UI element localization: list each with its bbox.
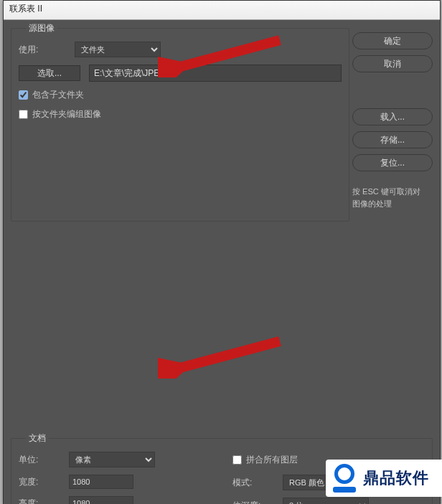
dialog-window: 联系表 II 确定 取消 载入... 存储... 复位... 按 ESC 键可取… (3, 0, 441, 504)
unit-select[interactable]: 像素 (69, 452, 155, 467)
use-select[interactable]: 文件夹 (75, 42, 161, 57)
mode-label: 模式: (232, 477, 283, 489)
depth-label: 位深度: (232, 500, 283, 505)
reset-button[interactable]: 复位... (352, 154, 433, 171)
group-by-folder-checkbox[interactable] (19, 110, 28, 119)
flatten-checkbox[interactable] (232, 455, 242, 465)
group-by-folder-label: 按文件夹编组图像 (32, 108, 101, 120)
dialog-buttons: 确定 取消 载入... 存储... 复位... 按 ESC 键可取消对 图像的处… (352, 32, 433, 209)
width-label: 宽度: (19, 476, 69, 488)
save-button[interactable]: 存储... (352, 131, 433, 148)
load-button[interactable]: 载入... (352, 108, 433, 125)
watermark-icon (333, 464, 356, 493)
group-document-legend: 文档 (26, 432, 49, 444)
cancel-button[interactable]: 取消 (352, 55, 433, 72)
width-input[interactable] (69, 475, 133, 489)
esc-hint: 按 ESC 键可取消对 图像的处理 (352, 186, 433, 209)
watermark-text: 鼎品软件 (363, 467, 429, 489)
window-title: 联系表 II (9, 4, 42, 14)
use-label: 使用: (19, 44, 75, 56)
group-source-legend: 源图像 (26, 22, 57, 34)
depth-select[interactable]: 8 位 (283, 498, 369, 504)
flatten-label: 拼合所有图层 (246, 454, 298, 466)
group-source: 源图像 使用: 文件夹 选取... E:\文章\完成\JPEG 包含子文件夹 按… (11, 22, 349, 222)
ok-button[interactable]: 确定 (352, 32, 433, 49)
path-display: E:\文章\完成\JPEG (89, 65, 342, 82)
watermark: 鼎品软件 (326, 460, 442, 497)
include-subfolders-label: 包含子文件夹 (32, 89, 84, 101)
include-subfolders-checkbox[interactable] (19, 90, 28, 100)
height-input[interactable] (69, 496, 133, 504)
choose-button[interactable]: 选取... (19, 65, 80, 81)
window-titlebar[interactable]: 联系表 II (4, 1, 440, 20)
unit-label: 单位: (19, 454, 69, 466)
height-label: 高度: (19, 498, 69, 505)
